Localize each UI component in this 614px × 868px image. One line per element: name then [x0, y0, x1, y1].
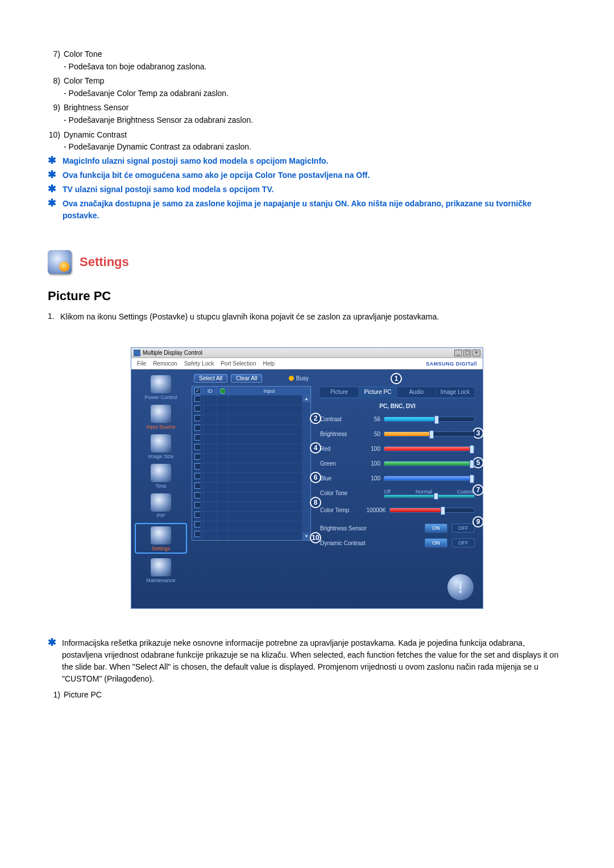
- color-tone-slider[interactable]: Off Normal Custom: [384, 489, 475, 497]
- bsensor-off-button[interactable]: OFF: [452, 524, 475, 533]
- table-row[interactable]: [192, 434, 302, 443]
- list-item-7: 7) Color Tone: [48, 49, 566, 60]
- mode-label: PC, BNC, DVI: [320, 403, 475, 409]
- table-row[interactable]: [192, 472, 302, 482]
- table-row[interactable]: [192, 482, 302, 492]
- sidebar: Power Control Input Source Image Size Ti…: [131, 369, 190, 608]
- tab-picture-pc[interactable]: Picture PC: [359, 387, 397, 398]
- row-checkbox[interactable]: [194, 502, 201, 508]
- menu-help[interactable]: Help: [263, 360, 275, 367]
- row-brightness-sensor: Brightness Sensor ON OFF: [320, 522, 475, 534]
- row-checkbox[interactable]: [194, 492, 201, 499]
- row-checkbox[interactable]: [194, 454, 201, 460]
- select-all-button[interactable]: Select All: [194, 374, 227, 383]
- sidebar-item-input[interactable]: Input Source: [135, 405, 187, 430]
- row-checkbox[interactable]: [194, 434, 201, 441]
- sidebar-item-image[interactable]: Image Size: [135, 434, 187, 459]
- num: 1): [48, 690, 64, 701]
- row-checkbox[interactable]: [194, 512, 201, 518]
- row-checkbox[interactable]: [194, 531, 201, 537]
- desc: - Podešavanje Color Temp za odabrani zas…: [64, 88, 566, 99]
- footer-list-item-1: 1) Picture PC: [48, 690, 566, 701]
- maximize-button[interactable]: ▢: [463, 350, 471, 356]
- note-4: ✱ Ova značajka dostupna je samo za zaslo…: [48, 198, 566, 222]
- image-size-icon: [151, 434, 171, 452]
- sidebar-item-power[interactable]: Power Control: [135, 375, 187, 400]
- sidebar-item-settings[interactable]: Settings: [135, 523, 187, 554]
- row-checkbox[interactable]: [194, 463, 201, 470]
- note-3: ✱ TV ulazni signal postoji samo kod mode…: [48, 184, 566, 196]
- row-checkbox[interactable]: [194, 425, 201, 431]
- status-icon: [220, 388, 226, 394]
- row-red: Red 100: [320, 442, 475, 455]
- note-2: ✱ Ova funkcija bit će omogućena samo ako…: [48, 169, 566, 181]
- scrollbar[interactable]: ▲ ▼: [302, 395, 310, 540]
- dcontrast-on-button[interactable]: ON: [425, 538, 447, 547]
- table-row[interactable]: [192, 443, 302, 453]
- close-button[interactable]: ×: [472, 350, 480, 356]
- title: Color Temp: [64, 76, 566, 87]
- menu-port-selection[interactable]: Port Selection: [221, 360, 256, 367]
- callout-6: 6: [310, 472, 321, 483]
- title: Brightness Sensor: [64, 102, 566, 114]
- callout-8: 8: [310, 497, 321, 508]
- table-row[interactable]: [192, 501, 302, 511]
- sidebar-item-maintenance[interactable]: Maintenance: [135, 558, 187, 583]
- table-row[interactable]: [192, 521, 302, 530]
- sidebar-item-pip[interactable]: PIP: [135, 493, 187, 518]
- row-checkbox[interactable]: [194, 405, 201, 412]
- sidebar-item-time[interactable]: Time: [135, 464, 187, 489]
- row-checkbox[interactable]: [194, 521, 201, 528]
- table-row[interactable]: [192, 405, 302, 414]
- table-row[interactable]: [192, 463, 302, 472]
- title: Color Tone: [64, 49, 566, 60]
- red-slider[interactable]: [384, 446, 475, 451]
- blue-slider[interactable]: [384, 476, 475, 481]
- table-row[interactable]: [192, 511, 302, 521]
- row-checkbox[interactable]: [194, 473, 201, 479]
- tab-picture[interactable]: Picture: [320, 387, 359, 398]
- row-contrast: Contrast 56: [320, 413, 475, 425]
- minimize-button[interactable]: _: [454, 350, 462, 356]
- window-title: Multiple Display Control: [143, 350, 202, 356]
- row-dynamic-contrast: Dynamic Contrast ON OFF: [320, 537, 475, 549]
- star-icon: ✱: [48, 155, 57, 165]
- row-green: Green 100: [320, 457, 475, 470]
- menu-bar: File Remocon Safety Lock Port Selection …: [131, 358, 483, 369]
- tab-image-lock[interactable]: Image Lock: [436, 387, 475, 398]
- green-slider[interactable]: [384, 461, 475, 466]
- header-checkbox[interactable]: [194, 388, 201, 394]
- row-checkbox[interactable]: [194, 483, 201, 489]
- table-row[interactable]: [192, 424, 302, 434]
- gear-icon: [151, 526, 171, 545]
- maintenance-icon: [151, 558, 171, 576]
- section-title: Picture PC: [48, 289, 566, 304]
- color-temp-slider[interactable]: [389, 508, 475, 513]
- row-checkbox[interactable]: [194, 444, 201, 450]
- table-row[interactable]: [192, 414, 302, 424]
- table-row[interactable]: [192, 453, 302, 463]
- callout-4: 4: [310, 442, 321, 454]
- row-checkbox[interactable]: [194, 415, 201, 421]
- bsensor-on-button[interactable]: ON: [425, 524, 447, 533]
- scroll-up-icon[interactable]: ▲: [302, 395, 310, 402]
- contrast-slider[interactable]: [384, 417, 475, 422]
- menu-remocon[interactable]: Remocon: [153, 360, 177, 367]
- row-checkbox[interactable]: [194, 396, 201, 402]
- table-row[interactable]: [192, 492, 302, 501]
- brand-logo: SAMSUNG DIGITall: [426, 361, 477, 367]
- table-row[interactable]: [192, 395, 302, 405]
- menu-file[interactable]: File: [137, 360, 146, 367]
- tab-audio[interactable]: Audio: [397, 387, 436, 398]
- dcontrast-off-button[interactable]: OFF: [452, 538, 475, 547]
- star-icon: ✱: [48, 198, 57, 208]
- scroll-down-icon[interactable]: ▼: [302, 533, 310, 540]
- menu-safety-lock[interactable]: Safety Lock: [184, 360, 214, 367]
- clear-all-button[interactable]: Clear All: [231, 374, 262, 383]
- num: 8): [48, 76, 64, 87]
- table-row[interactable]: [192, 530, 302, 540]
- brightness-slider[interactable]: [384, 431, 475, 437]
- info-icon[interactable]: !: [447, 574, 474, 600]
- callout-10: 10: [310, 532, 321, 543]
- note-text: MagicInfo ulazni signal postoji samo kod…: [63, 155, 329, 167]
